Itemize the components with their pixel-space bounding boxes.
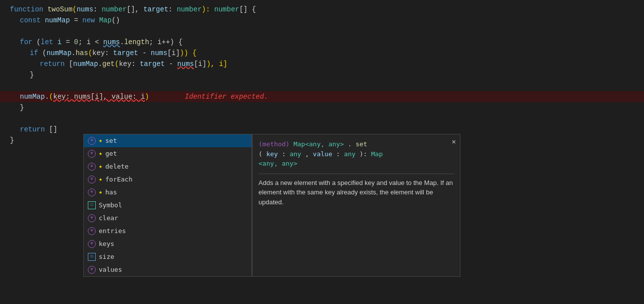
star-icon-set: ★	[99, 136, 102, 145]
tooltip-close-button[interactable]: ×	[452, 137, 456, 148]
code-line-12: return []	[0, 124, 644, 135]
error-message: Identifier expected.	[164, 92, 268, 102]
star-icon-get: ★	[99, 149, 102, 158]
item-label-delete: delete	[105, 162, 129, 172]
autocomplete-item-keys[interactable]: ⊕ keys	[84, 238, 252, 250]
autocomplete-item-clear[interactable]: ⊕ clear	[84, 212, 252, 225]
method-icon-has: ⊕	[88, 188, 96, 196]
autocomplete-container: ⊕ ★ set ⊕ ★ get ⊕ ★ delete ⊕ ★ forEach ⊕	[83, 134, 460, 277]
item-label-clear: clear	[99, 213, 118, 223]
autocomplete-item-symbol[interactable]: ☐ Symbol	[84, 199, 252, 212]
method-icon-values: ⊕	[88, 266, 96, 274]
method-icon-delete: ⊕	[88, 163, 96, 171]
autocomplete-item-size[interactable]: ◻ size	[84, 250, 252, 263]
autocomplete-item-foreach[interactable]: ⊕ ★ forEach	[84, 173, 252, 186]
item-label-entries: entries	[99, 226, 126, 236]
autocomplete-item-set[interactable]: ⊕ ★ set	[84, 134, 252, 147]
item-label-keys: keys	[99, 239, 114, 249]
method-icon-get: ⊕	[88, 150, 96, 158]
editor: function twoSum ( nums : number [], targ…	[0, 0, 644, 304]
code-line-10: }	[0, 102, 644, 113]
code-line-7: }	[0, 69, 644, 80]
method-icon-keys: ⊕	[88, 240, 96, 248]
item-label-size: size	[99, 252, 114, 262]
autocomplete-item-delete[interactable]: ⊕ ★ delete	[84, 160, 252, 173]
code-line-2: const numMap = new Map ()	[0, 15, 644, 26]
autocomplete-list[interactable]: ⊕ ★ set ⊕ ★ get ⊕ ★ delete ⊕ ★ forEach ⊕	[83, 134, 252, 277]
property-icon-symbol: ☐	[88, 201, 96, 209]
method-icon-entries: ⊕	[88, 227, 96, 235]
star-icon-has: ★	[99, 188, 102, 197]
item-label-has: has	[105, 187, 117, 197]
star-icon-delete: ★	[99, 162, 102, 171]
code-line-4: for ( let i = 0 ; i < nums . length ; i …	[0, 37, 644, 48]
item-label-set: set	[105, 136, 117, 146]
item-label-foreach: forEach	[105, 175, 132, 184]
autocomplete-item-has[interactable]: ⊕ ★ has	[84, 186, 252, 199]
autocomplete-item-values[interactable]: ⊕ values	[84, 263, 252, 276]
item-label-values: values	[99, 265, 122, 275]
property-icon-size: ◻	[88, 253, 96, 261]
code-line-3	[0, 26, 644, 37]
code-line-8	[0, 80, 644, 91]
code-line-5: if ( numMap . has ( key: target - nums […	[0, 48, 644, 59]
star-icon-foreach: ★	[99, 175, 102, 184]
tooltip-panel: (method) Map<any, any> . set ( key : any…	[252, 134, 460, 277]
method-icon-clear: ⊕	[88, 214, 96, 222]
code-line-11	[0, 113, 644, 124]
item-label-get: get	[105, 149, 117, 159]
autocomplete-item-get[interactable]: ⊕ ★ get	[84, 147, 252, 160]
keyword-function: function	[10, 4, 43, 15]
code-line-1: function twoSum ( nums : number [], targ…	[0, 4, 644, 15]
code-line-6: return [ numMap . get ( key: target - nu…	[0, 59, 644, 69]
method-icon-set: ⊕	[88, 137, 96, 145]
item-label-symbol: Symbol	[99, 200, 122, 210]
tooltip-description: Adds a new element with a specified key …	[258, 174, 454, 207]
fn-name: twoSum	[48, 4, 72, 15]
method-icon-foreach: ⊕	[88, 176, 96, 183]
tooltip-signature: (method) Map<any, any> . set ( key : any…	[258, 139, 454, 169]
code-line-9-error: numMap . ( key: nums[i], value: i ) Iden…	[0, 91, 644, 102]
autocomplete-item-entries[interactable]: ⊕ entries	[84, 225, 252, 238]
